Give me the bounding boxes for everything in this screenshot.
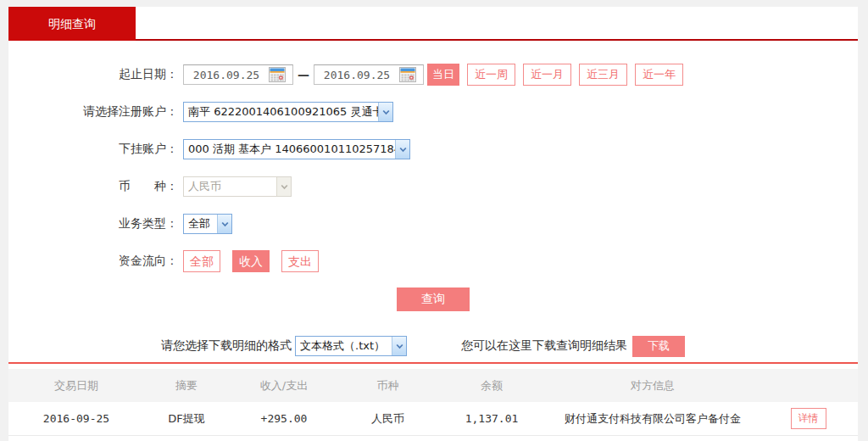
sub-account-value: 000 活期 基本户 1406600101102571848 <box>184 142 395 157</box>
fund-flow-label: 资金流向： <box>8 254 183 269</box>
business-type-select[interactable]: 全部 <box>183 214 232 234</box>
cell-transaction-date: 2016-09-25 <box>8 412 144 425</box>
quick-range-today-button[interactable]: 当日 <box>427 64 459 86</box>
quick-range-month-button[interactable]: 近一月 <box>523 64 571 86</box>
chevron-down-icon <box>392 337 406 355</box>
date-range-row: 起止日期： <box>8 64 858 86</box>
quick-range-week-button[interactable]: 近一周 <box>467 64 515 86</box>
sub-account-label: 下挂账户： <box>8 142 183 157</box>
tab-detail-query[interactable]: 明细查询 <box>8 7 136 41</box>
end-date-field <box>314 64 424 85</box>
currency-label: 币 种： <box>8 179 183 194</box>
cell-summary: DF提现 <box>144 411 229 427</box>
download-hint: 您可以在这里下载查询明细结果 <box>461 338 627 354</box>
download-format-select[interactable]: 文本格式（.txt） <box>295 336 407 356</box>
quick-range-3months-button[interactable]: 近三月 <box>579 64 627 86</box>
cell-counterparty: 财付通支付科技有限公司客户备付金 <box>547 411 759 427</box>
quick-range-year-button[interactable]: 近一年 <box>635 64 683 86</box>
cell-amount: +295.00 <box>229 412 339 425</box>
registered-account-value: 南平 6222001406100921065 灵通卡 <box>184 104 378 120</box>
fund-flow-income-button[interactable]: 收入 <box>232 250 270 272</box>
registered-account-row: 请选择注册账户： 南平 6222001406100921065 灵通卡 <box>8 101 858 123</box>
sub-account-select[interactable]: 000 活期 基本户 1406600101102571848 <box>183 139 410 159</box>
start-date-field <box>183 64 293 85</box>
cell-currency: 人民币 <box>339 411 437 427</box>
column-header-summary: 摘要 <box>144 378 229 394</box>
registered-account-label: 请选择注册账户： <box>8 104 183 120</box>
calendar-icon[interactable] <box>399 66 420 83</box>
chevron-down-icon <box>276 177 291 196</box>
query-button-row: 查询 <box>8 287 858 311</box>
content-panel: 明细查询 起止日期： <box>8 7 858 441</box>
download-row: 请您选择下载明细的格式 文本格式（.txt） 您可以在这里下载查询明细结果 下载 <box>161 335 858 357</box>
end-date-input[interactable] <box>314 66 399 83</box>
column-header-balance: 余额 <box>437 378 547 394</box>
table-row: 2016-09-25 DF提现 +295.00 人民币 1,137.01 财付通… <box>8 402 858 436</box>
currency-row: 币 种： 人民币 <box>8 176 858 198</box>
business-type-row: 业务类型： 全部 <box>8 213 858 235</box>
fund-flow-all-button[interactable]: 全部 <box>183 250 220 272</box>
query-button[interactable]: 查询 <box>397 287 470 311</box>
results-table: 交易日期 摘要 收入/支出 币种 余额 对方信息 2016-09-25 DF提现… <box>8 362 858 436</box>
start-date-input[interactable] <box>184 66 269 83</box>
column-header-date: 交易日期 <box>8 378 144 394</box>
date-range-separator: — <box>298 68 309 81</box>
registered-account-select[interactable]: 南平 6222001406100921065 灵通卡 <box>183 102 393 122</box>
currency-value: 人民币 <box>184 179 276 194</box>
chevron-down-icon <box>395 140 409 159</box>
tab-bar: 明细查询 <box>8 7 858 41</box>
fund-flow-expense-button[interactable]: 支出 <box>281 250 319 272</box>
detail-button[interactable]: 详情 <box>791 408 826 429</box>
business-type-value: 全部 <box>184 216 217 232</box>
sub-account-row: 下挂账户： 000 活期 基本户 1406600101102571848 <box>8 138 858 160</box>
cell-balance: 1,137.01 <box>437 412 547 425</box>
column-header-counterparty: 对方信息 <box>547 378 759 394</box>
fund-flow-row: 资金流向： 全部 收入 支出 <box>8 250 858 272</box>
calendar-icon[interactable] <box>269 66 289 83</box>
query-form: 起止日期： <box>8 41 858 357</box>
currency-select: 人民币 <box>183 176 292 197</box>
date-range-label: 起止日期： <box>8 67 183 82</box>
chevron-down-icon <box>378 103 392 121</box>
cell-action: 详情 <box>759 408 858 429</box>
business-type-label: 业务类型： <box>8 216 183 232</box>
table-header-row: 交易日期 摘要 收入/支出 币种 余额 对方信息 <box>8 369 858 402</box>
chevron-down-icon <box>217 215 231 233</box>
column-header-currency: 币种 <box>339 378 437 394</box>
download-format-value: 文本格式（.txt） <box>296 338 392 354</box>
download-format-label: 请您选择下载明细的格式 <box>161 338 292 354</box>
download-button[interactable]: 下载 <box>632 336 685 357</box>
column-header-amount: 收入/支出 <box>229 378 339 394</box>
